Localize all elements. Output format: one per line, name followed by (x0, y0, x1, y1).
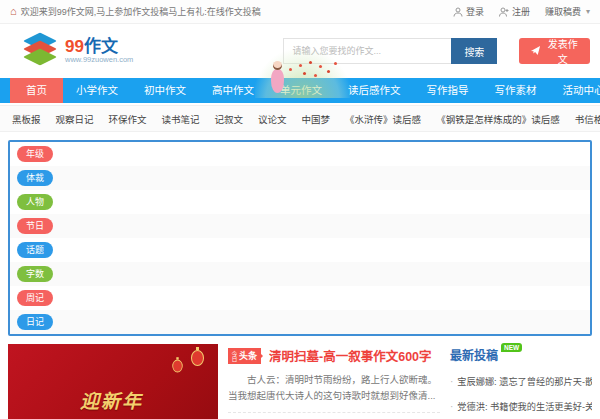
filter-row: 日记 (10, 310, 590, 334)
site-logo[interactable]: 99作文 www.99zuowen.com (24, 31, 133, 71)
headline-badge-small: 今日 (231, 351, 237, 361)
lantern-icon (172, 360, 182, 373)
nav-item[interactable]: 写作素材 (482, 78, 550, 103)
latest-title[interactable]: 最新投稿 (450, 346, 498, 363)
headline-badge: 今日 头条 (228, 348, 261, 364)
filter-category-pill[interactable]: 体裁 (17, 170, 53, 186)
filter-category-pill[interactable]: 周记 (17, 290, 53, 306)
topbar: ⌂ 欢迎来到99作文网,马上参加作文投稿马上有礼:在线作文投稿 登录 注册 赚取… (0, 0, 600, 24)
logo-url: www.99zuowen.com (65, 56, 133, 64)
headline-article: 今日 头条 清明扫墓-高一叙事作文600字 古人云：清明时节雨纷纷，路上行人欲断… (228, 344, 440, 419)
header: 99作文 www.99zuowen.com 搜索 发表作文 (0, 24, 600, 78)
search-button[interactable]: 搜索 (451, 38, 497, 64)
headline-badge-main: 头条 (239, 349, 257, 362)
latest-item-link[interactable]: 宝辰娜娜: 遗忘了曾经的那片天-散 (457, 374, 592, 388)
register-label: 注册 (512, 5, 530, 18)
filter-box: 年级 体裁 人物 节日 话题 字数 周记 日记 (8, 140, 592, 336)
filter-category-pill[interactable]: 年级 (17, 146, 53, 162)
filter-row: 年级 (10, 142, 590, 166)
filter-category-pill[interactable]: 字数 (17, 266, 53, 282)
filter-row: 人物 (10, 190, 590, 214)
register-link[interactable]: 注册 (499, 5, 530, 18)
headline-title[interactable]: 清明扫墓-高一叙事作文600字 (269, 346, 432, 365)
earn-fees-menu[interactable]: 赚取稿费 ▾ (545, 5, 590, 18)
filter-row: 体裁 (10, 166, 590, 190)
welcome-text: 欢迎来到99作文网,马上参加作文投稿马上有礼:在线作文投稿 (21, 5, 261, 18)
paper-plane-icon (530, 45, 541, 58)
filter-category-pill[interactable]: 日记 (17, 314, 53, 330)
headline-excerpt: 古人云：清明时节雨纷纷，路上行人欲断魂。当我想起唐代大诗人的这句诗歌时就想到好像… (228, 372, 440, 403)
nav-item[interactable]: 小学作文 (63, 78, 131, 103)
subnav-link[interactable]: 《钢铁是怎样炼成的》读后感 (436, 112, 560, 126)
subnav-link[interactable]: 环保作文 (109, 112, 147, 126)
list-item: · 党德洪: 书籍使我的生活更美好-关 (450, 399, 592, 413)
subnav-link[interactable]: 议论文 (258, 112, 287, 126)
filter-category-pill[interactable]: 话题 (17, 242, 53, 258)
latest-item-link[interactable]: 党德洪: 书籍使我的生活更美好-关 (457, 399, 592, 413)
girl-figure (271, 69, 284, 93)
bottom-section: 迎新年 今日 头条 清明扫墓-高一叙事作文600字 古人云：清明时节雨纷纷，路上… (8, 344, 592, 419)
lantern-icon (191, 350, 204, 366)
nav-item[interactable]: 初中作文 (131, 78, 199, 103)
divider (228, 412, 440, 413)
headline-row: 今日 头条 清明扫墓-高一叙事作文600字 (228, 346, 440, 365)
new-badge: NEW (501, 343, 522, 352)
user-icon (453, 7, 463, 17)
earn-fees-label: 赚取稿费 (545, 5, 581, 18)
topbar-links: 登录 注册 赚取稿费 ▾ (453, 5, 590, 18)
subnav-link[interactable]: 中国梦 (302, 112, 331, 126)
logo-zuowen: 作文 (84, 37, 118, 56)
subnav-link[interactable]: 黑板报 (12, 112, 41, 126)
filter-row: 周记 (10, 286, 590, 310)
girl-illustration (255, 50, 350, 98)
logo-99: 99 (65, 37, 84, 56)
publish-essay-button[interactable]: 发表作文 (519, 38, 590, 64)
subnav-link[interactable]: 读书笔记 (162, 112, 200, 126)
filter-category-pill[interactable]: 人物 (17, 194, 53, 210)
nav-item[interactable]: 写作指导 (414, 78, 482, 103)
subnav-link[interactable]: 《水浒传》读后感 (345, 112, 421, 126)
latest-submissions: 最新投稿 NEW · 宝辰娜娜: 遗忘了曾经的那片天-散 · 党德洪: 书籍使我… (450, 344, 592, 419)
sub-nav: 黑板报观察日记环保作文读书笔记记叙文议论文中国梦《水浒传》读后感《钢铁是怎样炼成… (0, 105, 600, 132)
filter-row: 话题 (10, 238, 590, 262)
filter-row: 节日 (10, 214, 590, 238)
nav-item[interactable]: 活动中心 (550, 78, 600, 103)
user-plus-icon (499, 7, 509, 17)
logo-text: 99作文 www.99zuowen.com (65, 38, 133, 65)
latest-list: · 宝辰娜娜: 遗忘了曾经的那片天-散 · 党德洪: 书籍使我的生活更美好-关 … (450, 374, 592, 419)
petals-decoration (289, 68, 292, 71)
latest-header: 最新投稿 NEW (450, 346, 592, 363)
publish-essay-label: 发表作文 (546, 36, 579, 66)
subnav-link[interactable]: 记叙文 (215, 112, 244, 126)
login-label: 登录 (466, 5, 484, 18)
chevron-down-icon: ▾ (586, 7, 590, 16)
logo-layers-icon (24, 31, 58, 71)
filter-category-pill[interactable]: 节日 (17, 218, 53, 234)
topbar-welcome: ⌂ 欢迎来到99作文网,马上参加作文投稿马上有礼:在线作文投稿 (10, 5, 261, 18)
home-icon: ⌂ (10, 6, 17, 17)
subnav-link[interactable]: 观察日记 (56, 112, 94, 126)
bullet-icon: · (450, 401, 453, 412)
bullet-icon: · (450, 376, 453, 387)
new-year-banner[interactable]: 迎新年 (8, 344, 218, 419)
login-link[interactable]: 登录 (453, 5, 484, 18)
banner-text: 迎新年 (80, 386, 143, 413)
subnav-link[interactable]: 书信格式 (575, 112, 600, 126)
filter-row: 字数 (10, 262, 590, 286)
list-item: · 宝辰娜娜: 遗忘了曾经的那片天-散 (450, 374, 592, 388)
nav-item-home[interactable]: 首页 (10, 78, 63, 103)
